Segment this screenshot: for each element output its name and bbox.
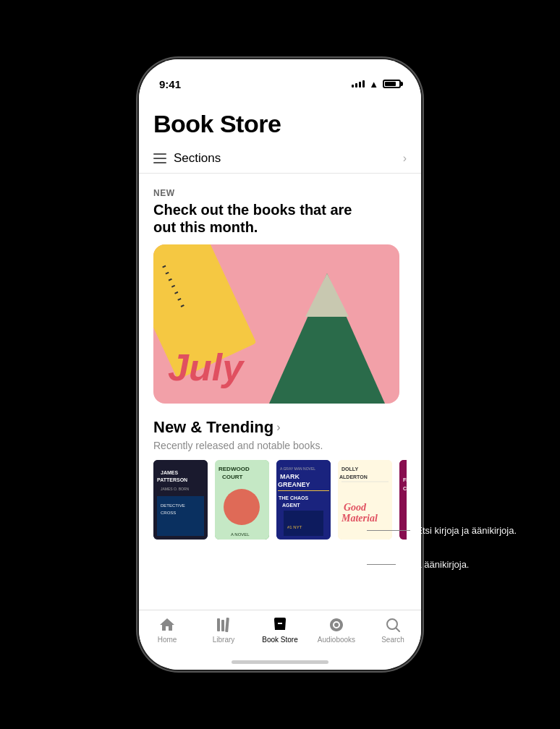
tab-home[interactable]: Home: [139, 616, 195, 644]
trending-arrow-icon: ›: [276, 421, 280, 434]
tab-search-label: Search: [381, 636, 404, 644]
svg-line-44: [396, 628, 400, 632]
featured-section: NEW Check out the books that are out thi…: [139, 174, 421, 404]
book-patterson[interactable]: JAMES PATTERSON JAMES O. BORN DETECTIVE …: [153, 460, 208, 540]
book-mark-greaney[interactable]: A GRAY MAN NOVEL MARK GREANEY THE CHAOS …: [276, 460, 331, 540]
svg-rect-41: [225, 618, 229, 632]
audiobooks-icon: [328, 616, 345, 634]
svg-line-5: [178, 299, 182, 300]
status-bar: 9:41 ▲: [139, 59, 421, 98]
tab-library[interactable]: Library: [195, 616, 252, 644]
svg-text:DETECTIVE: DETECTIVE: [161, 503, 185, 508]
tab-library-label: Library: [213, 636, 235, 644]
svg-text:CROSS: CROSS: [161, 511, 176, 515]
featured-cards: NEW Check out the books that are out thi…: [153, 188, 407, 404]
svg-line-3: [171, 286, 175, 287]
book-cover-art-patterson: JAMES PATTERSON JAMES O. BORN DETECTIVE …: [153, 460, 208, 540]
card-badge-new: NEW: [153, 188, 399, 198]
callout-audiobooks: Osta äänikirjoja.: [367, 559, 517, 570]
book-cover-art-redwood: REDWOOD COURT A NOVEL: [215, 460, 269, 540]
svg-text:CA...: CA...: [403, 486, 407, 491]
svg-line-6: [181, 305, 184, 307]
svg-text:COURT: COURT: [222, 474, 243, 480]
trending-subtitle: Recently released and notable books.: [153, 440, 407, 451]
svg-line-1: [166, 273, 169, 274]
library-icon: [215, 616, 232, 634]
hamburger-icon: [153, 153, 166, 163]
callout-container: Etsi kirjoja ja äänikirjoja. Osta ääniki…: [367, 524, 517, 570]
svg-text:AGENT: AGENT: [282, 503, 300, 508]
svg-text:THE CHAOS: THE CHAOS: [279, 495, 309, 500]
tab-audiobooks[interactable]: Audiobooks: [308, 616, 365, 644]
trending-title: New & Trending: [153, 418, 273, 437]
svg-rect-28: [284, 511, 323, 536]
tab-home-label: Home: [158, 636, 177, 644]
wifi-icon: ▲: [369, 79, 378, 90]
home-icon: [158, 616, 176, 634]
svg-text:DOLLY: DOLLY: [341, 466, 358, 472]
featured-card-1[interactable]: NEW Check out the books that are out thi…: [153, 188, 399, 404]
tab-search[interactable]: Search: [365, 616, 421, 644]
svg-text:REDWOOD: REDWOOD: [219, 466, 250, 472]
status-icons: ▲: [352, 79, 401, 90]
trending-section: New & Trending › Recently released and n…: [139, 404, 421, 540]
book-cover-art-greaney: A GRAY MAN NOVEL MARK GREANEY THE CHAOS …: [276, 460, 331, 540]
card-image-july[interactable]: July: [153, 244, 399, 404]
callout-line-search: [367, 530, 410, 531]
svg-rect-13: [157, 496, 204, 536]
home-indicator: [232, 660, 328, 664]
svg-rect-25: [278, 490, 329, 491]
svg-line-4: [175, 292, 179, 294]
sections-button[interactable]: Sections ›: [139, 144, 421, 174]
svg-text:A GRAY MAN NOVEL: A GRAY MAN NOVEL: [280, 466, 315, 471]
svg-text:FIFTH: FIFTH: [403, 477, 407, 482]
svg-point-19: [224, 489, 260, 525]
svg-text:A NOVEL: A NOVEL: [231, 532, 250, 537]
svg-rect-39: [217, 618, 220, 631]
svg-text:GREANEY: GREANEY: [278, 481, 310, 488]
tab-bookstore-label: Book Store: [262, 636, 297, 644]
month-label: July: [168, 346, 243, 389]
svg-text:PATTERSON: PATTERSON: [157, 477, 187, 482]
svg-text:#1 NYT: #1 NYT: [287, 525, 302, 529]
tab-audiobooks-label: Audiobooks: [318, 636, 355, 644]
svg-line-0: [163, 266, 166, 268]
signal-bars-icon: [352, 80, 365, 88]
tab-bookstore[interactable]: Book Store: [252, 616, 308, 644]
svg-text:JAMES: JAMES: [161, 470, 178, 475]
svg-text:MARK: MARK: [280, 473, 300, 480]
svg-text:ALDERTON: ALDERTON: [339, 474, 368, 479]
trending-header[interactable]: New & Trending ›: [153, 418, 407, 437]
status-time: 9:41: [159, 78, 181, 90]
search-icon: [384, 616, 402, 634]
svg-point-42: [336, 624, 338, 626]
card-description: Check out the books that are out this mo…: [153, 201, 356, 236]
svg-line-2: [169, 279, 172, 281]
sections-label: Sections: [174, 151, 403, 166]
mountain-decoration: [269, 273, 385, 404]
chevron-right-icon: ›: [403, 152, 407, 165]
callout-text-search: Etsi kirjoja ja äänikirjoja.: [416, 524, 517, 537]
battery-icon: [383, 80, 401, 88]
svg-text:Material: Material: [341, 513, 378, 524]
callout-line-audiobooks: [367, 564, 396, 565]
svg-text:Good: Good: [344, 502, 367, 513]
svg-marker-8: [305, 273, 349, 317]
page-title: Book Store: [139, 98, 421, 144]
callout-text-audiobooks: Osta äänikirjoja.: [402, 559, 469, 570]
callout-search: Etsi kirjoja ja äänikirjoja.: [367, 524, 517, 537]
bookstore-icon: [271, 616, 289, 634]
svg-text:JAMES O. BORN: JAMES O. BORN: [161, 487, 190, 491]
phone-frame: 9:41 ▲ Book Store: [139, 59, 421, 670]
svg-rect-40: [221, 620, 224, 631]
book-redwood[interactable]: REDWOOD COURT A NOVEL: [215, 460, 269, 540]
